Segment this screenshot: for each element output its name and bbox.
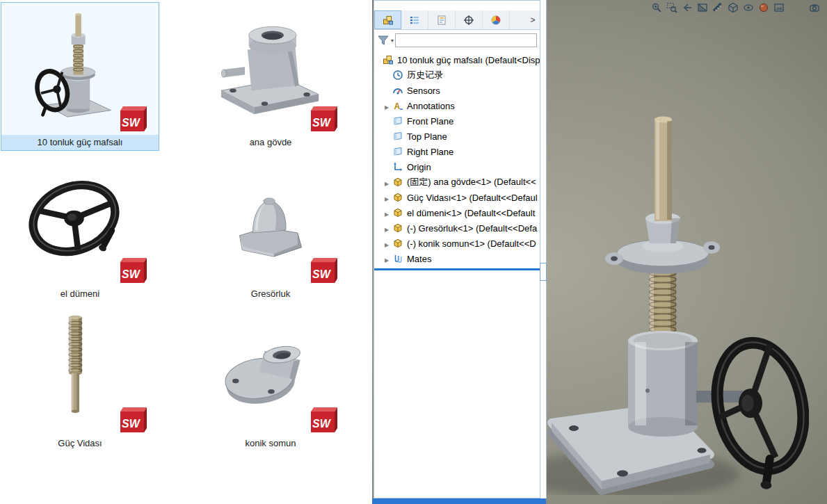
expand-arrow-icon[interactable] — [381, 193, 392, 203]
solidworks-logo: SW — [117, 104, 149, 133]
annotations-icon — [392, 100, 405, 111]
tree-item-ana-govde[interactable]: (固定) ana gövde<1> (Default<< — [374, 174, 540, 190]
plane-icon — [392, 146, 405, 157]
solidworks-logo: SW — [307, 104, 339, 133]
file-browser-panel: SW 10 tonluk güç mafsalı — [0, 0, 372, 504]
apply-scene-icon[interactable] — [773, 1, 785, 13]
measure-icon[interactable] — [712, 1, 723, 13]
plane-icon — [392, 131, 405, 142]
thumbnail-guc-vidasi: SW — [1, 304, 159, 436]
section-view-icon[interactable] — [696, 1, 708, 13]
file-label: konik somun — [192, 436, 349, 451]
panel-resize-handle[interactable] — [540, 263, 547, 281]
tree-item-history[interactable]: 历史记录 — [374, 67, 540, 83]
expand-arrow-icon[interactable] — [381, 223, 392, 234]
tab-dimxpertmanager[interactable] — [456, 10, 483, 29]
featuremanager-panel: > ▾ 10 tonluk güç mafsalı (Default<Disp … — [374, 0, 540, 498]
panel-edge-strip — [540, 0, 547, 498]
tree-item-top-plane[interactable]: Top Plane — [374, 129, 540, 144]
thumbnail-ana-govde: SW — [192, 3, 349, 135]
displaymanager-icon — [490, 15, 501, 26]
file-label: Gresörluk — [192, 286, 349, 302]
tree-item-guc-vidasi[interactable]: Güç Vidası<1> (Default<<Defaul — [374, 190, 540, 205]
display-style-icon[interactable] — [727, 1, 739, 13]
file-tile-assembly[interactable]: SW 10 tonluk güç mafsalı — [1, 3, 159, 150]
tree-item-gresorluk[interactable]: (-) Gresörluk<1> (Default<<Defa — [374, 220, 540, 236]
sensors-icon — [392, 85, 405, 96]
filter-input[interactable] — [395, 33, 537, 47]
origin-icon — [392, 161, 405, 172]
expand-arrow-icon[interactable] — [381, 208, 392, 218]
tab-propertymanager[interactable] — [401, 10, 428, 29]
screw-jack-model — [531, 64, 809, 495]
tab-overflow-button[interactable]: > — [526, 10, 540, 29]
solidworks-logo: SW — [307, 256, 339, 285]
file-tile-konik-somun[interactable]: SW konik somun — [192, 304, 349, 451]
thumbnail-konik-somun: SW — [192, 304, 349, 436]
part-icon — [392, 192, 405, 203]
tree-item-origin[interactable]: Origin — [374, 159, 540, 174]
part-icon — [392, 177, 405, 188]
tree-item-el-dumeni[interactable]: el dümeni<1> (Default<<Default — [374, 205, 540, 220]
tree-item-konik-somun[interactable]: (-) konik somun<1> (Default<<D — [374, 236, 540, 251]
tree-item-sensors[interactable]: Sensors — [374, 83, 540, 98]
file-label: 10 tonluk güç mafsalı — [1, 135, 159, 150]
sw-logo-text: SW — [312, 418, 332, 430]
file-tile-guc-vidasi[interactable]: SW Güç Vidası — [1, 304, 159, 451]
file-label: Güç Vidası — [1, 436, 159, 451]
tree-item-annotations[interactable]: Annotations — [374, 98, 540, 113]
view-settings-icon[interactable] — [808, 1, 820, 13]
zoom-to-area-icon[interactable] — [666, 1, 677, 13]
feature-tree: 10 tonluk güç mafsalı (Default<Disp 历史记录… — [374, 51, 540, 266]
zoom-to-fit-icon[interactable] — [650, 1, 662, 13]
file-tile-el-dumeni[interactable]: SW el dümeni — [1, 154, 159, 302]
thumbnail-el-dumeni: SW — [1, 154, 159, 286]
sw-logo-text: SW — [312, 117, 332, 129]
solidworks-logo: SW — [117, 256, 149, 285]
sw-logo-text: SW — [312, 268, 332, 280]
hide-show-items-icon[interactable] — [742, 1, 754, 13]
edit-appearance-icon[interactable] — [757, 1, 769, 13]
expand-arrow-icon[interactable] — [381, 238, 392, 249]
part-icon — [392, 207, 405, 218]
assembly-icon — [383, 54, 395, 65]
tab-configurationmanager[interactable] — [428, 10, 456, 29]
heads-up-view-toolbar — [650, 1, 820, 13]
previous-view-icon[interactable] — [681, 1, 693, 13]
mates-icon — [392, 253, 405, 264]
tab-displaymanager[interactable] — [483, 10, 510, 29]
configurationmanager-icon — [436, 15, 447, 26]
solidworks-logo: SW — [307, 405, 339, 434]
expand-arrow-icon[interactable] — [381, 254, 392, 264]
featuremanager-tab-bar: > — [374, 10, 540, 30]
tab-featuremanager[interactable] — [374, 10, 401, 29]
sw-logo-text: SW — [122, 418, 141, 430]
tree-item-right-plane[interactable]: Right Plane — [374, 144, 540, 159]
tree-item-front-plane[interactable]: Front Plane — [374, 113, 540, 129]
file-tile-ana-govde[interactable]: SW ana gövde — [192, 3, 349, 150]
file-tile-gresorluk[interactable]: SW Gresörluk — [192, 154, 349, 302]
solidworks-logo: SW — [117, 405, 149, 434]
thumbnail-gresorluk: SW — [192, 154, 349, 286]
part-icon — [392, 222, 405, 234]
sw-logo-text: SW — [122, 117, 141, 129]
file-label: el dümeni — [1, 286, 159, 302]
part-icon — [392, 238, 405, 249]
expand-arrow-icon[interactable] — [381, 101, 392, 111]
propertymanager-icon — [409, 15, 420, 26]
pane-splitter[interactable] — [374, 268, 540, 270]
tree-item-mates[interactable]: Mates — [374, 251, 540, 266]
filter-caret-icon[interactable]: ▾ — [391, 38, 394, 44]
expand-arrow-icon[interactable] — [381, 177, 392, 188]
tree-filter-row: ▾ — [374, 30, 540, 51]
featuremanager-icon — [383, 15, 394, 26]
taskbar-strip — [372, 498, 546, 504]
dimxpertmanager-icon — [463, 15, 474, 26]
filter-funnel-icon[interactable] — [377, 34, 390, 47]
thumbnail-assembly: SW — [1, 3, 159, 135]
plane-icon — [392, 115, 405, 127]
tree-item-root-assembly[interactable]: 10 tonluk güç mafsalı (Default<Disp — [374, 52, 540, 67]
file-label: ana gövde — [192, 135, 349, 150]
sw-logo-text: SW — [122, 268, 141, 280]
history-icon — [392, 70, 405, 81]
